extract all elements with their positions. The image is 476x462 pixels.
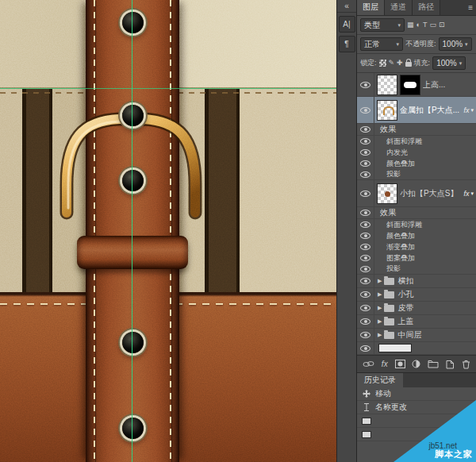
lock-transparency-icon[interactable] — [379, 60, 386, 67]
layer-row[interactable]: 上高... — [357, 73, 476, 97]
layer-row[interactable]: 小扣【P大点S】 fx ▾ — [357, 180, 476, 207]
expand-panels-icon[interactable]: « — [337, 0, 356, 13]
effects-header-row[interactable]: 效果 — [357, 207, 476, 219]
visibility-toggle[interactable] — [357, 252, 374, 264]
eye-icon — [360, 266, 370, 272]
effect-row[interactable]: 颜色叠加 — [357, 158, 476, 169]
group-name[interactable]: 小孔 — [397, 289, 476, 300]
effect-row[interactable]: 斜面和浮雕 — [357, 219, 476, 230]
group-name[interactable]: 中间层 — [397, 329, 476, 341]
lock-position-icon[interactable]: ✚ — [397, 60, 403, 67]
layer-style-badge[interactable]: fx ▾ — [463, 190, 476, 198]
chevron-down-icon: ▾ — [465, 41, 468, 48]
layer-name[interactable]: 上高... — [423, 79, 476, 90]
tab-channels[interactable]: 通道 — [385, 0, 413, 15]
expand-triangle-icon[interactable]: ▶ — [378, 305, 382, 311]
visibility-toggle[interactable] — [357, 73, 374, 96]
effect-label: 颜色叠加 — [386, 231, 476, 241]
visibility-toggle[interactable] — [357, 275, 374, 287]
layer-name[interactable]: 金属扣【P大点... — [400, 105, 463, 116]
effect-row[interactable]: 内发光 — [357, 147, 476, 158]
link-layers-icon[interactable] — [363, 360, 374, 368]
visibility-toggle[interactable] — [357, 264, 374, 274]
visibility-toggle[interactable] — [357, 288, 374, 301]
layer-mask-thumbnail[interactable] — [400, 75, 420, 95]
blend-mode-dropdown[interactable]: 正常 ▾ — [360, 37, 403, 51]
tab-paths[interactable]: 路径 — [413, 0, 440, 15]
visibility-toggle[interactable] — [357, 302, 374, 314]
tab-layers[interactable]: 图层 — [357, 0, 385, 15]
effect-row[interactable]: 颜色叠加 — [357, 230, 476, 241]
visibility-toggle[interactable] — [357, 230, 374, 241]
filter-adjustment-icon[interactable]: ◐ — [416, 21, 420, 29]
strap-stitch-left — [94, 0, 95, 462]
visibility-toggle[interactable] — [357, 158, 374, 169]
lock-pixels-icon[interactable]: ✎ — [389, 60, 395, 67]
effect-row[interactable]: 渐变叠加 — [357, 241, 476, 252]
group-row[interactable]: ▶ 横扣 — [357, 275, 476, 288]
expand-triangle-icon[interactable]: ▶ — [378, 332, 382, 338]
group-name[interactable]: 皮带 — [397, 302, 476, 314]
visibility-toggle[interactable] — [357, 169, 374, 179]
effect-row[interactable]: 投影 — [357, 169, 476, 180]
delete-layer-icon[interactable] — [462, 360, 470, 369]
filter-kind-dropdown[interactable]: 类型 ▾ — [360, 18, 405, 32]
character-panel-icon[interactable]: A| — [339, 16, 355, 33]
group-name[interactable]: 上盖 — [397, 316, 476, 327]
document-canvas[interactable] — [0, 0, 336, 462]
group-name[interactable]: 横扣 — [397, 275, 476, 287]
visibility-toggle[interactable] — [357, 124, 374, 135]
layer-thumbnail[interactable] — [378, 344, 412, 352]
expand-triangle-icon[interactable]: ▶ — [378, 291, 382, 298]
filter-smartobject-icon[interactable]: ⊡ — [439, 21, 445, 29]
effect-row[interactable]: 图案叠加 — [357, 252, 476, 264]
add-mask-icon[interactable] — [395, 360, 405, 368]
layer-row-selected[interactable]: 金属扣【P大点... fx ▾ — [357, 97, 476, 124]
tab-history[interactable]: 历史记录 — [357, 373, 403, 387]
visibility-toggle[interactable] — [357, 241, 374, 252]
layer-style-badge[interactable]: fx ▾ — [463, 106, 476, 114]
filter-pixel-icon[interactable]: ▦ — [407, 21, 414, 29]
layer-name[interactable]: 小扣【P大点S】 — [400, 188, 463, 199]
visibility-toggle[interactable] — [357, 97, 374, 123]
visibility-toggle[interactable] — [357, 329, 374, 341]
new-layer-icon[interactable] — [446, 360, 455, 369]
filter-shape-icon[interactable]: ▭ — [429, 21, 436, 29]
opacity-dropdown[interactable]: 100% ▾ — [439, 37, 472, 51]
layer-row-partial[interactable] — [357, 342, 476, 355]
folder-icon — [384, 318, 394, 325]
filter-type-icon[interactable]: T — [423, 21, 428, 29]
group-row[interactable]: ▶ 小孔 — [357, 288, 476, 302]
history-step[interactable]: 名称更改 — [357, 401, 476, 414]
visibility-toggle[interactable] — [357, 136, 374, 147]
visibility-toggle[interactable] — [357, 342, 374, 354]
layer-thumbnail[interactable] — [377, 183, 397, 204]
visibility-toggle[interactable] — [357, 315, 374, 328]
adjustment-layer-icon[interactable] — [412, 360, 420, 368]
group-row[interactable]: ▶ 皮带 — [357, 302, 476, 315]
guide-horizontal[interactable] — [0, 88, 336, 89]
layer-thumbnail[interactable] — [377, 100, 397, 121]
add-layer-style-icon[interactable]: fx — [382, 360, 388, 368]
expand-triangle-icon[interactable]: ▶ — [378, 318, 382, 325]
effects-header-row[interactable]: 效果 — [357, 124, 476, 136]
guide-vertical[interactable] — [132, 0, 132, 462]
fill-dropdown[interactable]: 100% ▾ — [432, 56, 466, 70]
group-row[interactable]: ▶ 中间层 — [357, 329, 476, 342]
visibility-toggle[interactable] — [357, 207, 374, 218]
new-group-icon[interactable] — [428, 360, 439, 368]
paragraph-panel-icon[interactable]: ¶ — [339, 36, 355, 52]
group-row[interactable]: ▶ 上盖 — [357, 315, 476, 329]
visibility-toggle[interactable] — [357, 147, 374, 158]
lock-all-icon[interactable] — [405, 62, 412, 67]
expand-triangle-icon[interactable]: ▶ — [378, 278, 382, 284]
history-step-label: 移动 — [375, 388, 391, 399]
layer-thumbnail[interactable] — [377, 75, 397, 95]
effect-row[interactable]: 斜面和浮雕 — [357, 136, 476, 147]
visibility-toggle[interactable] — [357, 180, 374, 206]
history-step[interactable]: 移动 — [357, 387, 476, 401]
panel-menu-icon[interactable]: ≡ — [468, 3, 473, 12]
rivet-hole — [122, 332, 144, 353]
visibility-toggle[interactable] — [357, 219, 374, 230]
effect-row[interactable]: 投影 — [357, 264, 476, 275]
